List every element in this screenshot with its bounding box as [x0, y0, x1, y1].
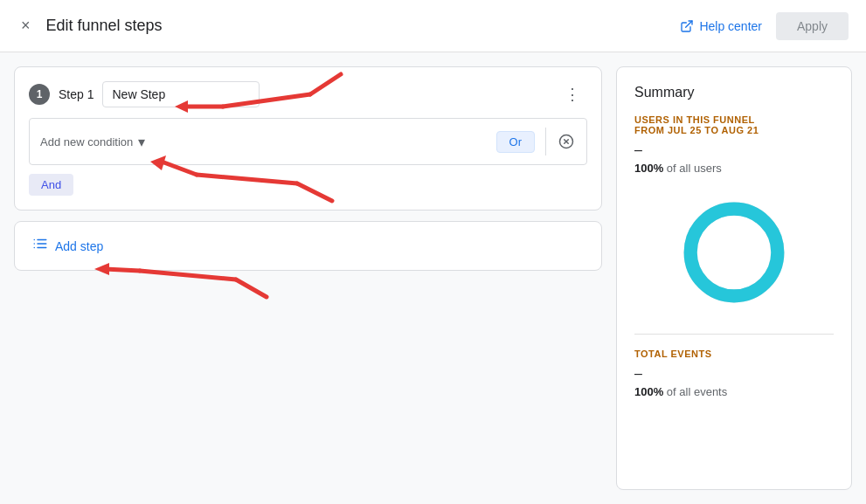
divider	[545, 128, 546, 155]
total-events-label: TOTAL EVENTS	[634, 349, 834, 359]
donut-chart	[634, 196, 834, 309]
help-center-label: Help center	[699, 19, 762, 33]
step-number-badge: 1	[29, 84, 50, 105]
condition-row: Add new condition ▾ Or	[29, 118, 587, 165]
and-button[interactable]: And	[29, 174, 73, 196]
circle-x-icon	[558, 134, 574, 149]
svg-line-0	[686, 21, 692, 27]
external-link-icon	[680, 19, 694, 33]
summary-title: Summary	[634, 85, 834, 100]
list-icon	[32, 236, 48, 252]
summary-divider	[634, 334, 834, 335]
step-label: Step 1	[59, 87, 94, 101]
add-step-icon	[32, 236, 48, 256]
users-dash: –	[634, 142, 834, 158]
users-in-funnel-label: USERS IN THIS FUNNEL FROM JUL 25 TO AUG …	[634, 114, 834, 135]
page-title: Edit funnel steps	[46, 17, 163, 35]
header-left: × Edit funnel steps	[17, 13, 163, 38]
users-percent: 100% of all users	[634, 162, 834, 175]
header: × Edit funnel steps Help center Apply	[0, 0, 866, 52]
condition-text: Add new condition	[40, 135, 133, 148]
or-button[interactable]: Or	[496, 131, 535, 153]
step-card: 1 Step 1 ⋮ Add new condition ▾ Or	[14, 66, 602, 211]
condition-dropdown[interactable]: Add new condition ▾	[40, 134, 145, 150]
remove-condition-button[interactable]	[557, 132, 576, 151]
svg-point-11	[690, 209, 778, 296]
header-right: Help center Apply	[680, 12, 849, 40]
help-center-link[interactable]: Help center	[680, 19, 762, 33]
left-panel: 1 Step 1 ⋮ Add new condition ▾ Or	[14, 66, 602, 490]
events-percent: 100% of all events	[634, 385, 834, 398]
close-button[interactable]: ×	[17, 13, 34, 38]
events-dash: –	[634, 366, 834, 382]
summary-panel: Summary USERS IN THIS FUNNEL FROM JUL 25…	[616, 66, 852, 490]
chevron-down-icon: ▾	[138, 134, 145, 150]
step-header: 1 Step 1 ⋮	[29, 81, 587, 107]
main-content: 1 Step 1 ⋮ Add new condition ▾ Or	[0, 52, 866, 504]
add-step-card[interactable]: Add step	[14, 221, 602, 271]
apply-button[interactable]: Apply	[776, 12, 849, 40]
step-menu-button[interactable]: ⋮	[558, 81, 587, 107]
step-name-input[interactable]	[102, 81, 260, 107]
donut-svg	[677, 196, 791, 309]
add-step-label: Add step	[55, 239, 103, 253]
